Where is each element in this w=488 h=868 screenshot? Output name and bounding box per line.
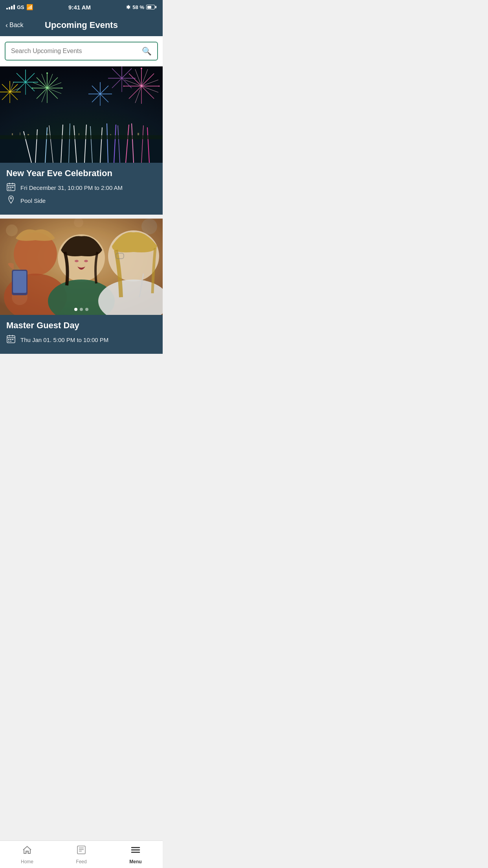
svg-rect-84 xyxy=(28,134,29,135)
header: ‹ Back Upcoming Events xyxy=(0,14,163,36)
svg-rect-101 xyxy=(12,187,13,188)
event-2-date: Thu Jan 01. 5:00 PM to 10:00 PM xyxy=(20,337,108,343)
status-right: ✱ 58 % xyxy=(126,4,156,10)
event-2-info: Master Guest Day xyxy=(0,315,163,354)
events-list: New Year Eve Celebration xyxy=(0,66,163,354)
svg-rect-133 xyxy=(10,341,11,342)
svg-point-92 xyxy=(141,68,142,69)
svg-rect-81 xyxy=(0,135,163,139)
svg-rect-124 xyxy=(0,219,163,315)
event-1-date-detail: Fri December 31, 10:00 PM to 2:00 AM xyxy=(6,182,156,193)
svg-rect-129 xyxy=(8,339,9,340)
svg-rect-132 xyxy=(8,341,9,342)
svg-rect-85 xyxy=(47,134,48,135)
svg-rect-87 xyxy=(110,134,111,135)
location-icon-1 xyxy=(6,195,16,206)
event-2-title: Master Guest Day xyxy=(6,320,156,331)
search-container: 🔍 xyxy=(0,36,163,66)
svg-point-91 xyxy=(32,88,33,89)
svg-rect-102 xyxy=(8,189,9,189)
search-box[interactable]: 🔍 xyxy=(5,42,158,61)
event-card-1[interactable]: New Year Eve Celebration xyxy=(0,66,163,215)
svg-point-89 xyxy=(46,72,48,74)
battery-icon xyxy=(146,5,156,9)
calendar-icon-1 xyxy=(6,182,16,193)
svg-rect-86 xyxy=(79,133,79,135)
event-1-location-detail: Pool Side xyxy=(6,195,156,206)
event-1-image xyxy=(0,66,163,163)
back-label: Back xyxy=(9,22,24,29)
signal-bars xyxy=(6,5,15,9)
event-1-date: Fri December 31, 10:00 PM to 2:00 AM xyxy=(20,184,123,191)
event-1-info: New Year Eve Celebration xyxy=(0,163,163,215)
event-1-location: Pool Side xyxy=(20,197,46,204)
event-1-title: New Year Eve Celebration xyxy=(6,168,156,178)
status-left: GS 📶 xyxy=(6,4,33,10)
dot-2 xyxy=(80,308,83,311)
event-2-image xyxy=(0,219,163,315)
event-2-date-detail: Thu Jan 01. 5:00 PM to 10:00 PM xyxy=(6,335,156,345)
bluetooth-icon: ✱ xyxy=(126,4,130,10)
calendar-icon-2 xyxy=(6,335,16,345)
event-card-2[interactable]: Master Guest Day xyxy=(0,219,163,354)
dot-1 xyxy=(74,308,77,311)
wifi-icon: 📶 xyxy=(26,4,33,10)
search-input[interactable] xyxy=(11,48,142,55)
clock: 9:41 AM xyxy=(68,4,91,11)
svg-rect-88 xyxy=(138,133,139,135)
svg-rect-1 xyxy=(0,139,163,163)
back-chevron-icon: ‹ xyxy=(6,21,8,29)
svg-point-94 xyxy=(123,86,125,87)
svg-point-93 xyxy=(159,86,160,87)
status-bar: GS 📶 9:41 AM ✱ 58 % xyxy=(0,0,163,14)
carousel-dots xyxy=(74,308,88,311)
svg-rect-100 xyxy=(10,187,11,188)
svg-point-90 xyxy=(62,88,63,89)
dot-3 xyxy=(85,308,88,311)
page-title: Upcoming Events xyxy=(45,20,118,30)
svg-rect-83 xyxy=(20,132,20,135)
svg-rect-82 xyxy=(12,133,13,135)
svg-point-104 xyxy=(10,197,12,199)
back-button[interactable]: ‹ Back xyxy=(6,21,24,29)
battery-percent: 58 % xyxy=(132,4,144,10)
carrier-label: GS xyxy=(17,4,24,10)
search-icon: 🔍 xyxy=(142,46,152,56)
svg-rect-103 xyxy=(10,189,11,189)
svg-rect-131 xyxy=(12,339,13,340)
svg-rect-99 xyxy=(8,187,9,188)
svg-rect-130 xyxy=(10,339,11,340)
